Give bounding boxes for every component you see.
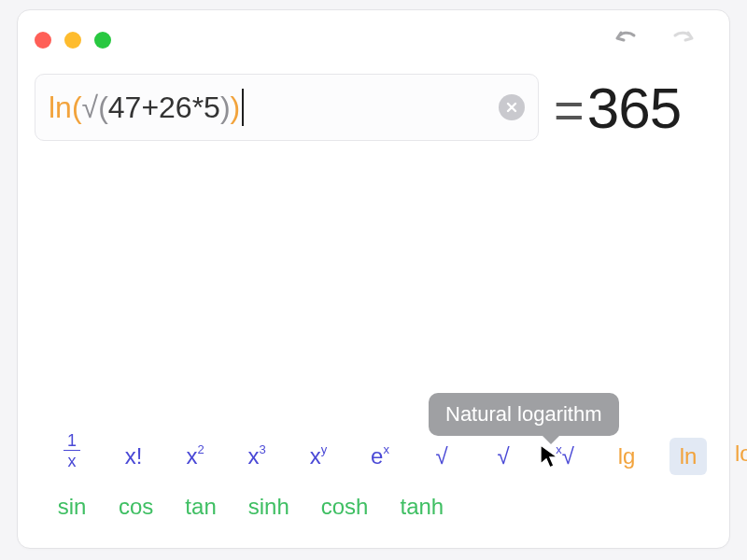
radical-symbol: √ xyxy=(82,91,99,125)
clear-input-button[interactable] xyxy=(499,94,525,120)
expression-input[interactable]: ln(√(47+26*5)) xyxy=(35,74,539,141)
key-exp[interactable]: ex xyxy=(361,438,399,475)
inner-expression: 47+26*5 xyxy=(108,91,220,125)
key-square[interactable]: x2 xyxy=(176,438,214,475)
key-cosh[interactable]: cosh xyxy=(317,488,373,525)
titlebar xyxy=(18,10,729,57)
key-sqrt[interactable]: √ xyxy=(423,438,460,475)
inner-close-paren: ) xyxy=(220,91,231,125)
undo-button[interactable] xyxy=(610,29,641,51)
key-sinh[interactable]: sinh xyxy=(245,488,293,525)
minimize-window-button[interactable] xyxy=(64,32,81,49)
expression-text: ln(√(47+26*5)) xyxy=(49,89,499,126)
inner-open-paren: ( xyxy=(98,91,108,125)
app-window: ln(√(47+26*5)) =365 Natural logarithm 1x… xyxy=(17,9,730,549)
redo-button xyxy=(668,29,699,51)
key-tan[interactable]: tan xyxy=(181,488,219,525)
key-lg[interactable]: lg xyxy=(608,438,645,475)
key-sqrt2[interactable]: √ xyxy=(485,438,522,475)
close-window-button[interactable] xyxy=(35,32,51,49)
key-power[interactable]: xy xyxy=(300,438,337,475)
key-sin[interactable]: sin xyxy=(53,488,91,525)
key-cube[interactable]: x3 xyxy=(238,438,275,475)
window-controls xyxy=(35,32,111,49)
key-reciprocal[interactable]: 1x xyxy=(53,420,91,475)
text-cursor xyxy=(242,89,244,126)
calc-row: ln(√(47+26*5)) =365 xyxy=(18,57,729,141)
pad-row-2: sincostansinhcoshtanh xyxy=(53,488,701,525)
result-value: 365 xyxy=(587,75,681,141)
key-nthroot[interactable]: x√ xyxy=(546,438,584,475)
fullscreen-window-button[interactable] xyxy=(94,32,111,49)
key-ln[interactable]: ln xyxy=(669,438,707,475)
key-factorial[interactable]: x! xyxy=(115,438,152,475)
key-cos[interactable]: cos xyxy=(115,488,157,525)
key-log[interactable]: logx xyxy=(731,435,747,475)
equals-sign: = xyxy=(554,79,584,140)
function-pad: 1xx!x2x3xyex√√x√lglnlogx sincostansinhco… xyxy=(18,407,729,548)
expr-open-paren: ( xyxy=(72,91,82,125)
result-display: =365 xyxy=(554,75,681,141)
expr-close-paren: ) xyxy=(231,91,241,125)
expr-fn: ln xyxy=(49,91,72,125)
history-controls xyxy=(610,29,712,51)
key-tanh[interactable]: tanh xyxy=(396,488,447,525)
pad-row-1: 1xx!x2x3xyex√√x√lglnlogx xyxy=(53,420,701,475)
